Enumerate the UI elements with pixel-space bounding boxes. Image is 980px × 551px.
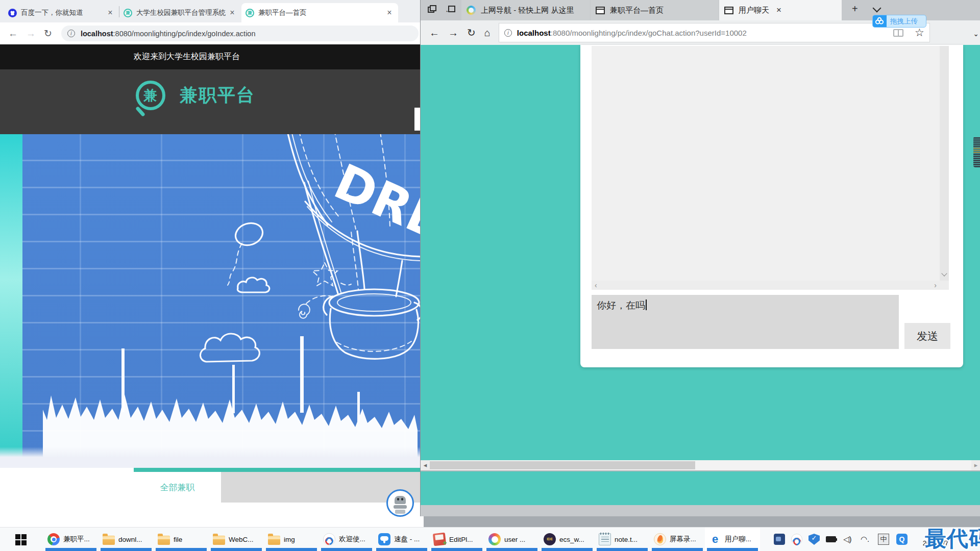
robot-eye xyxy=(401,498,403,500)
page-favicon xyxy=(596,7,605,14)
chrome-browser-window: 百度一下，你就知道 × 兼 大学生校园兼职平台管理系统 × 兼 兼职平台—首页 … xyxy=(0,0,424,527)
site-logo-icon[interactable]: 兼 xyxy=(136,81,165,110)
taskbar-item-baidu-netdisk[interactable]: 欢迎使... xyxy=(319,528,374,551)
tab-baidu[interactable]: 百度一下，你就知道 × xyxy=(4,3,119,22)
taskbar-item-downloads-folder[interactable]: downl... xyxy=(99,528,154,551)
taskbar-item-label: 用户聊... xyxy=(725,535,751,544)
folder-icon xyxy=(103,536,115,545)
tabs-preview-icon[interactable]: ← xyxy=(446,5,456,14)
tray-qq-pinyin-icon[interactable]: Q xyxy=(896,534,908,545)
set-tabs-aside-icon[interactable] xyxy=(428,5,438,14)
tooltip-text: 拖拽上传 xyxy=(890,17,918,26)
taskbar-item-label: file xyxy=(174,536,182,543)
running-indicator xyxy=(211,548,262,551)
jobs-tab-bar: 全部兼职 xyxy=(134,472,420,503)
edge-window-bottom-edge xyxy=(421,470,980,471)
drag-upload-tooltip: 拖拽上传 xyxy=(872,15,926,28)
tabs-top-border xyxy=(134,468,420,472)
back-icon[interactable]: ← xyxy=(429,27,439,39)
page-info-icon[interactable]: i xyxy=(504,29,512,37)
tray-security-shield-icon[interactable] xyxy=(808,534,820,545)
running-indicator xyxy=(486,548,537,551)
tab-title: 用户聊天 xyxy=(739,6,769,15)
taskbar-item-file-folder[interactable]: file xyxy=(154,528,209,551)
taskbar-item-label: EditPl... xyxy=(449,536,473,543)
taskbar-item-label: note.t... xyxy=(615,536,638,543)
screen-ruler-gadget[interactable] xyxy=(973,137,980,167)
edge-icon: e xyxy=(709,533,721,545)
tray-network-icon[interactable]: ◠. xyxy=(861,535,872,546)
tab-close-icon[interactable]: × xyxy=(228,8,237,17)
tab-all-jobs[interactable]: 全部兼职 xyxy=(134,472,221,503)
notepad-icon xyxy=(599,533,611,545)
edge-address-bar[interactable]: i localhost:8080/moonlighting/pc/index/g… xyxy=(499,23,930,42)
tab-close-icon[interactable]: × xyxy=(106,8,115,17)
taskbar-item-notepad[interactable]: note.t... xyxy=(595,528,650,551)
taskbar-item-editplus[interactable]: EditPl... xyxy=(429,528,484,551)
chrome-address-bar[interactable]: i localhost:8080/moonlighting/pc/index/g… xyxy=(61,26,419,41)
forward-icon[interactable]: → xyxy=(448,27,458,39)
jobs-favicon: 兼 xyxy=(124,9,132,17)
taskbar-item-screen-recorder[interactable]: 屏幕录... xyxy=(650,528,705,551)
chat-horizontal-scrollbar[interactable]: ‹ › xyxy=(592,281,949,290)
tab-jobs-home-active[interactable]: 兼 兼职平台—首页 × xyxy=(241,3,398,22)
tab-nav-portal[interactable]: 上网导航 - 轻快上网 从这里 xyxy=(461,0,590,20)
home-icon[interactable]: ⌂ xyxy=(484,27,491,39)
running-indicator xyxy=(652,548,703,551)
start-button[interactable] xyxy=(15,534,27,545)
tab-admin-system[interactable]: 兼 大学生校园兼职平台管理系统 × xyxy=(119,3,241,22)
taskbar-item-edge-chat[interactable]: e 用户聊... xyxy=(705,528,760,551)
tray-recorder-icon[interactable] xyxy=(774,534,785,545)
back-icon[interactable]: ← xyxy=(8,28,18,39)
taskbar-item-chrome[interactable]: 兼职平... xyxy=(43,528,99,551)
send-button[interactable]: 发送 xyxy=(904,323,950,349)
url-host: localhost xyxy=(81,30,113,38)
tray-netdisk-icon[interactable] xyxy=(791,534,802,545)
scroll-right-icon[interactable]: › xyxy=(934,281,937,290)
tab-close-icon[interactable]: × xyxy=(776,5,781,15)
tab-jobs-home[interactable]: 兼职平台—首页 xyxy=(591,0,719,20)
forward-icon[interactable]: → xyxy=(26,28,36,39)
taskbar-item-eclipse[interactable]: ecs_w... xyxy=(540,528,595,551)
page-info-icon[interactable]: i xyxy=(67,30,75,37)
reading-view-icon[interactable] xyxy=(893,29,903,37)
chat-message-input[interactable]: 你好，在吗 xyxy=(592,295,899,349)
running-indicator xyxy=(431,548,482,551)
running-indicator xyxy=(45,548,96,551)
tray-ime-icon[interactable]: 中 xyxy=(878,534,889,545)
show-tab-previews-icon[interactable] xyxy=(873,4,881,13)
url-path: :8080/moonlighting/pc/index/goChat.actio… xyxy=(551,29,747,37)
scroll-down-icon[interactable] xyxy=(941,270,947,276)
edge-horizontal-scrollbar[interactable]: ◂ ▸ xyxy=(421,460,980,470)
taskbar-item-supan[interactable]: 速盘 - ... xyxy=(374,528,429,551)
taskbar-item-label: ecs_w... xyxy=(559,536,584,543)
chat-message-area[interactable]: ‹ › xyxy=(592,46,949,290)
taskbar-item-user-browser[interactable]: user ... xyxy=(484,528,540,551)
taskbar-item-webc-folder[interactable]: WebC... xyxy=(209,528,264,551)
jobs-favicon: 兼 xyxy=(246,9,254,17)
tab-close-icon[interactable]: × xyxy=(385,8,394,17)
chat-vertical-scrollbar[interactable] xyxy=(940,46,949,281)
robot-eye xyxy=(397,498,399,500)
refresh-icon[interactable]: ↻ xyxy=(467,27,476,39)
hscroll-right-icon[interactable]: ▸ xyxy=(971,460,980,470)
tray-battery-icon[interactable] xyxy=(826,536,836,542)
favorites-star-icon[interactable]: ☆ xyxy=(915,27,924,39)
url-text: localhost:8080/moonlighting/pc/index/goI… xyxy=(81,30,256,38)
reload-icon[interactable]: ↻ xyxy=(44,28,52,39)
taskbar-item-img-folder[interactable]: img xyxy=(264,528,319,551)
qq-service-icon[interactable] xyxy=(386,489,414,517)
hero-banner: DRE xyxy=(0,134,420,457)
chat-panel: ‹ › 你好，在吗 发送 xyxy=(580,45,963,367)
tray-volume-icon[interactable]: ◁) xyxy=(843,535,854,546)
new-tab-icon[interactable]: + xyxy=(852,3,858,15)
site-navbar: 兼 兼职平台 xyxy=(0,69,424,134)
taskbar-item-label: WebC... xyxy=(229,536,254,543)
hscroll-left-icon[interactable]: ◂ xyxy=(421,460,430,470)
running-indicator xyxy=(597,548,648,551)
hscroll-thumb[interactable] xyxy=(430,461,695,469)
url-path: :8080/moonlighting/pc/index/goIndex.acti… xyxy=(113,30,256,38)
scroll-left-icon[interactable]: ‹ xyxy=(595,281,597,290)
tab-title: 上网导航 - 轻快上网 从这里 xyxy=(481,6,574,15)
tab-user-chat-active[interactable]: 用户聊天 × xyxy=(719,0,842,20)
